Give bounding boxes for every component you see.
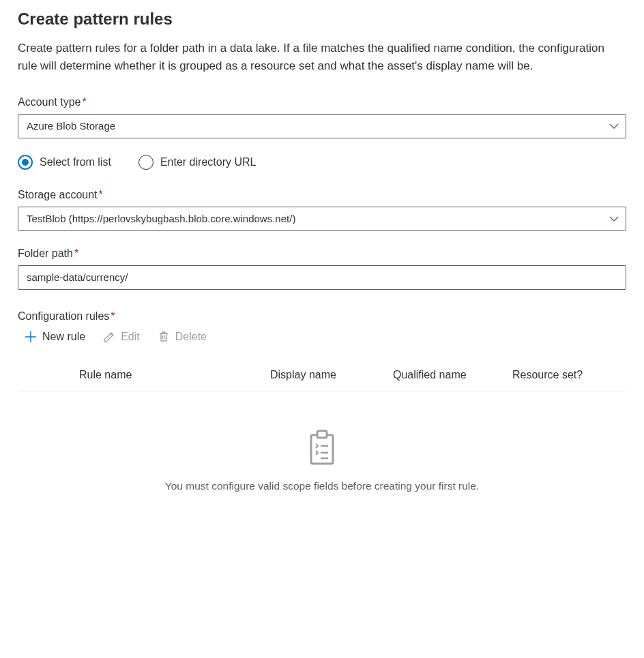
- required-marker: *: [83, 96, 87, 108]
- edit-icon: [103, 331, 115, 343]
- required-marker: *: [99, 189, 103, 200]
- radio-select-from-list-label: Select from list: [40, 156, 111, 168]
- svg-rect-1: [317, 431, 327, 438]
- radio-select-from-list[interactable]: Select from list: [18, 155, 111, 170]
- rules-table-header: Rule name Display name Qualified name Re…: [18, 359, 626, 391]
- empty-message: You must configure valid scope fields be…: [18, 480, 626, 492]
- plus-icon: [25, 331, 37, 343]
- chevron-down-icon: [609, 214, 619, 224]
- radio-enter-url-label: Enter directory URL: [160, 156, 257, 168]
- delete-label: Delete: [175, 331, 207, 343]
- radio-enter-directory-url[interactable]: Enter directory URL: [138, 155, 257, 170]
- new-rule-button[interactable]: New rule: [25, 331, 85, 343]
- storage-account-select[interactable]: TestBlob (https://perlovskybugbash.blob.…: [18, 207, 626, 231]
- clipboard-icon: [307, 430, 337, 466]
- edit-button: Edit: [103, 331, 140, 343]
- col-header-display-name: Display name: [270, 369, 393, 381]
- radio-icon-unselected: [138, 155, 153, 170]
- delete-button: Delete: [158, 331, 207, 343]
- chevron-down-icon: [609, 121, 619, 131]
- page-title: Create pattern rules: [18, 10, 626, 29]
- col-header-qualified-name: Qualified name: [393, 369, 512, 381]
- col-header-rule-name: Rule name: [79, 369, 270, 381]
- required-marker: *: [111, 310, 115, 322]
- trash-icon: [158, 331, 170, 343]
- account-type-label: Account type*: [18, 96, 626, 108]
- page-description: Create pattern rules for a folder path i…: [18, 40, 626, 76]
- account-type-select[interactable]: Azure Blob Storage: [18, 114, 626, 138]
- svg-rect-0: [311, 435, 333, 464]
- storage-account-label: Storage account*: [18, 189, 626, 201]
- account-type-value: Azure Blob Storage: [27, 120, 115, 132]
- radio-icon-selected: [18, 155, 33, 170]
- required-marker: *: [74, 248, 78, 259]
- edit-label: Edit: [121, 331, 140, 343]
- folder-path-input[interactable]: [18, 265, 626, 290]
- folder-path-label: Folder path*: [18, 248, 626, 260]
- storage-account-value: TestBlob (https://perlovskybugbash.blob.…: [27, 213, 295, 224]
- empty-rules-area: You must configure valid scope fields be…: [18, 391, 626, 492]
- config-rules-label: Configuration rules*: [18, 310, 626, 323]
- col-header-resource-set: Resource set?: [512, 369, 626, 381]
- new-rule-label: New rule: [42, 331, 85, 343]
